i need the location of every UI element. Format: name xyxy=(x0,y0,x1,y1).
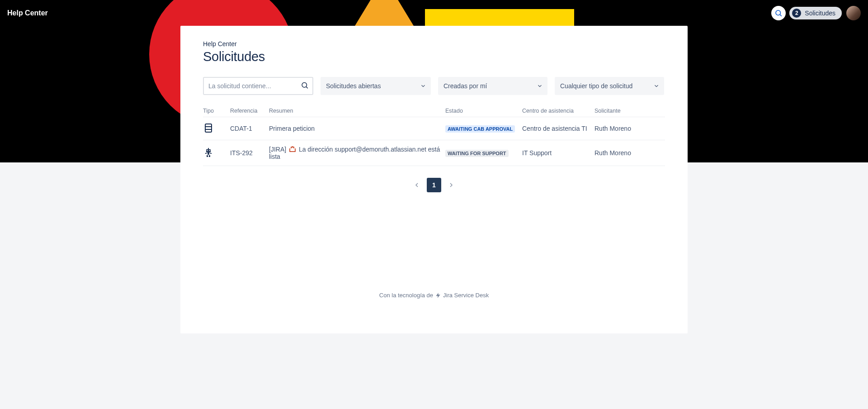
svg-point-0 xyxy=(776,10,781,15)
col-header-service-desk[interactable]: Centro de asistencia xyxy=(522,105,594,117)
cell-service-desk: IT Support xyxy=(522,140,594,166)
svg-rect-16 xyxy=(292,147,293,148)
requests-count-badge: 2 xyxy=(792,9,801,18)
search-submit-button[interactable] xyxy=(299,80,311,93)
filter-creator-dropdown[interactable]: Creadas por mí xyxy=(438,77,547,95)
filters-bar: Solicitudes abiertas Creadas por mí Cual… xyxy=(203,77,665,95)
page-next-button[interactable] xyxy=(444,178,458,192)
svg-line-3 xyxy=(306,87,307,88)
topbar-title[interactable]: Help Center xyxy=(7,9,48,17)
search-icon xyxy=(301,81,309,90)
chevron-down-icon xyxy=(537,83,543,89)
chevron-left-icon xyxy=(413,181,420,189)
search-input[interactable] xyxy=(203,77,313,95)
col-header-reference[interactable]: Referencia xyxy=(230,105,269,117)
svg-rect-8 xyxy=(207,150,208,151)
avatar[interactable] xyxy=(846,6,861,20)
chevron-down-icon xyxy=(420,83,426,89)
filter-status-label: Solicitudes abiertas xyxy=(326,82,381,90)
col-header-status[interactable]: Estado xyxy=(445,105,522,117)
chevron-down-icon xyxy=(653,83,660,89)
global-search-button[interactable] xyxy=(771,6,786,20)
topbar: Help Center 2 Solicitudes xyxy=(0,0,868,26)
footer-powered-by: Con la tecnología de xyxy=(379,292,433,299)
svg-rect-13 xyxy=(207,155,208,157)
cell-requester: Ruth Moreno xyxy=(594,117,665,140)
svg-rect-9 xyxy=(209,150,210,151)
filter-type-label: Cualquier tipo de solicitud xyxy=(560,82,632,90)
page-card: Help Center Solicitudes Solicitudes abie… xyxy=(180,26,688,333)
svg-rect-4 xyxy=(205,124,212,132)
footer-product[interactable]: Jira Service Desk xyxy=(443,292,489,299)
status-badge: AWAITING CAB APPROVAL xyxy=(445,125,515,133)
breadcrumb[interactable]: Help Center xyxy=(203,40,665,48)
page-title: Solicitudes xyxy=(203,49,665,64)
svg-point-2 xyxy=(302,83,307,88)
filter-status-dropdown[interactable]: Solicitudes abiertas xyxy=(321,77,431,95)
cell-reference: ITS-292 xyxy=(230,140,269,166)
svg-rect-10 xyxy=(208,152,209,155)
requests-pill-label: Solicitudes xyxy=(805,10,835,17)
table-row[interactable]: ITS-292 [JIRA] La dirección support@demo… xyxy=(203,140,665,166)
svg-rect-11 xyxy=(205,153,207,154)
mail-tray-icon xyxy=(289,146,296,152)
svg-rect-15 xyxy=(208,148,209,149)
svg-line-1 xyxy=(780,14,782,16)
table-row[interactable]: CDAT-1 Primera peticion AWAITING CAB APP… xyxy=(203,117,665,140)
cell-service-desk: Centro de asistencia TI xyxy=(522,117,594,140)
col-header-summary[interactable]: Resumen xyxy=(269,105,445,117)
svg-rect-14 xyxy=(209,155,210,157)
page-number-current[interactable]: 1 xyxy=(427,178,441,192)
status-badge: WAITING FOR SUPPORT xyxy=(445,150,509,157)
summary-prefix: [JIRA] xyxy=(269,146,288,153)
support-bot-icon xyxy=(203,147,214,158)
requests-pill[interactable]: 2 Solicitudes xyxy=(789,7,842,19)
search-icon xyxy=(774,9,783,17)
footer: Con la tecnología de Jira Service Desk xyxy=(203,192,665,299)
col-header-requester[interactable]: Solicitante xyxy=(594,105,665,117)
cell-summary: [JIRA] La dirección support@demoruth.atl… xyxy=(269,140,445,166)
pagination: 1 xyxy=(203,178,665,192)
col-header-type[interactable]: Tipo xyxy=(203,105,230,117)
cell-requester: Ruth Moreno xyxy=(594,140,665,166)
requests-table: Tipo Referencia Resumen Estado Centro de… xyxy=(203,105,665,166)
cell-summary: Primera peticion xyxy=(269,117,445,140)
bolt-icon xyxy=(435,292,441,299)
page-prev-button[interactable] xyxy=(410,178,424,192)
svg-rect-12 xyxy=(210,153,212,154)
filter-type-dropdown[interactable]: Cualquier tipo de solicitud xyxy=(555,77,664,95)
chevron-right-icon xyxy=(448,181,455,189)
cell-reference: CDAT-1 xyxy=(230,117,269,140)
change-icon xyxy=(203,123,214,133)
search-wrap xyxy=(203,77,313,95)
filter-creator-label: Creadas por mí xyxy=(443,82,487,90)
